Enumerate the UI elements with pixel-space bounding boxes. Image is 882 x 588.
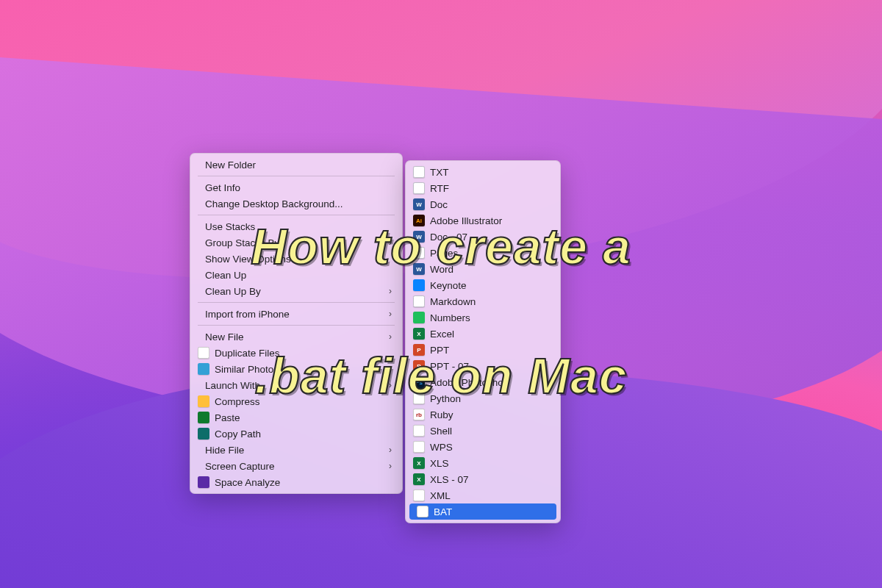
submenu-doc-07[interactable]: WDoc - 07 [406,229,560,245]
submenu-ppt[interactable]: PPPT [406,342,560,358]
menu-label: New File [205,331,244,343]
illustrator-file-icon: Ai [413,215,425,226]
menu-label: PPT [430,345,449,356]
python-file-icon [413,392,425,404]
menu-label: Adobe Illustrator [430,215,502,226]
submenu-xls-07[interactable]: XXLS - 07 [406,471,560,487]
menu-launch-with[interactable]: Launch With› [190,377,402,393]
new-file-submenu: TXT RTF WDoc AiAdobe Illustrator WDoc - … [405,160,561,523]
menu-label: Copy Path [215,429,261,440]
menu-label: New Folder [205,159,256,171]
menu-clean-up-by[interactable]: Clean Up By› [190,283,402,299]
menu-separator [198,215,395,215]
menu-label: Word [430,264,453,275]
menu-copy-path[interactable]: Copy Path [190,426,402,442]
submenu-xls[interactable]: XXLS [406,455,560,471]
desktop-context-menu: New Folder Get Info Change Desktop Backg… [190,153,403,494]
menu-label: TXT [430,167,449,178]
copy-path-icon [198,428,209,440]
menu-clean-up[interactable]: Clean Up [190,267,402,283]
submenu-keynote[interactable]: Keynote [406,277,560,293]
menu-label: Adobe Photoshop [430,377,509,388]
menu-use-stacks[interactable]: Use Stacks [190,218,402,234]
menu-import-from-iphone[interactable]: Import from iPhone› [190,306,402,322]
menu-screen-capture[interactable]: Screen Capture› [190,458,402,474]
powerpoint-file-icon: P [413,344,425,356]
submenu-wps[interactable]: WPS [406,439,560,455]
bat-file-icon [417,506,429,517]
submenu-pages[interactable]: Pages [406,245,560,261]
menu-label: Doc - 07 [430,232,467,243]
menu-label: Get Info [205,182,240,193]
menu-separator [198,325,395,326]
submenu-python[interactable]: Python [406,390,560,406]
markdown-file-icon [413,295,425,307]
menu-show-view-options[interactable]: Show View Options [190,251,402,267]
menu-compress[interactable]: Compress [190,393,402,409]
menu-change-desktop-bg[interactable]: Change Desktop Background... [190,196,402,212]
menu-space-analyze[interactable]: Space Analyze [190,474,402,490]
submenu-word[interactable]: WWord [406,261,560,277]
menu-label: Show View Options [205,254,291,265]
menu-label: RTF [430,183,449,194]
duplicate-files-icon [198,347,209,359]
menu-hide-file[interactable]: Hide File› [190,442,402,458]
submenu-xml[interactable]: XML [406,487,560,503]
chevron-right-icon: › [389,461,392,471]
menu-label: PPT - 07 [430,361,469,372]
menu-separator [198,176,395,176]
ruby-file-icon: rb [413,409,425,420]
submenu-doc[interactable]: WDoc [406,196,560,212]
txt-file-icon [413,166,425,178]
menu-new-file[interactable]: New File› [190,329,402,345]
word-file-icon: W [413,198,425,210]
menu-label: Clean Up By [205,286,261,297]
menu-label: Pages [430,248,458,259]
menu-label: Clean Up [205,270,246,281]
menu-label: XLS [430,458,449,469]
submenu-txt[interactable]: TXT [406,164,560,180]
menu-label: Python [430,393,461,404]
compress-icon [198,395,209,407]
menu-label: Doc [430,199,448,210]
submenu-numbers[interactable]: Numbers [406,309,560,326]
submenu-excel[interactable]: XExcel [406,326,560,342]
excel-file-icon: X [413,457,425,469]
submenu-ruby[interactable]: rbRuby [406,406,560,423]
menu-get-info[interactable]: Get Info [190,179,402,196]
menu-label: Compress [215,396,260,407]
menu-label: WPS [430,442,453,453]
rtf-file-icon [413,182,425,194]
menu-label: Markdown [430,296,476,307]
chevron-right-icon: › [389,286,392,296]
excel-file-icon: X [413,473,425,485]
menu-duplicate-files[interactable]: Duplicate Files [190,345,402,361]
menu-label: Use Stacks [205,221,255,232]
menu-label: Launch With [205,380,260,391]
space-analyze-icon [198,476,209,488]
chevron-right-icon: › [389,309,392,319]
excel-file-icon: X [413,328,425,340]
menu-label: Import from iPhone [205,309,290,320]
menu-label: Numbers [430,312,470,323]
submenu-photoshop[interactable]: PsAdobe Photoshop [406,374,560,390]
menu-similar-photos[interactable]: Similar Photos [190,361,402,377]
submenu-adobe-illustrator[interactable]: AiAdobe Illustrator [406,212,560,229]
menu-label: Change Desktop Background... [205,198,343,209]
menu-label: Excel [430,329,454,340]
menu-label: Screen Capture [205,461,275,472]
menu-paste[interactable]: Paste [190,409,402,426]
menu-new-folder[interactable]: New Folder [190,157,402,173]
menu-label: XML [430,490,451,501]
submenu-shell[interactable]: Shell [406,423,560,439]
submenu-rtf[interactable]: RTF [406,180,560,196]
menu-label: Similar Photos [215,364,279,375]
menu-group-stacks-by[interactable]: Group Stacks By› [190,234,402,251]
menu-label: Duplicate Files [215,348,280,359]
submenu-bat[interactable]: BAT [409,503,556,520]
keynote-file-icon [413,279,425,291]
menu-separator [198,302,395,303]
paste-icon [198,412,209,423]
submenu-ppt-07[interactable]: PPPT - 07 [406,358,560,374]
submenu-markdown[interactable]: Markdown [406,293,560,309]
